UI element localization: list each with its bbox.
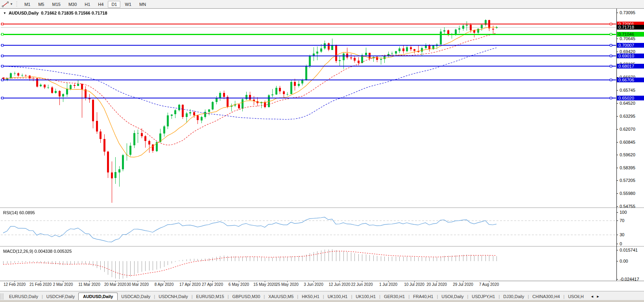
rsi-canvas[interactable] (1, 209, 616, 246)
price-tick-mark (616, 206, 618, 207)
timeframe-buttons: M1M5M15M30H1H4D1W1MN (20, 1, 150, 8)
chart-tab-uk100-h1[interactable]: UK100,H1 (352, 293, 379, 300)
macd-main-value: 0.004338 (34, 249, 52, 254)
price-tick-mark (616, 193, 618, 194)
chart-tab-gbpusd-m30[interactable]: GBPUSD,M30 (229, 293, 264, 300)
price-tick-label: 0.73095 (620, 10, 635, 15)
timeframe-button-w1[interactable]: W1 (121, 1, 135, 8)
timeframe-button-m30[interactable]: M30 (65, 1, 80, 8)
chart-tab-china300-h4[interactable]: CHINA300,H4 (529, 293, 563, 300)
chart-tab-eurusd-m15[interactable]: EURUSD,M15 (193, 293, 228, 300)
macd-tick-mark (616, 261, 618, 261)
chart-ohlc-values: 0.71662 0.71835 0.71566 0.71718 (41, 11, 107, 15)
timeframe-button-mn[interactable]: MN (136, 1, 149, 8)
chart-tab-fra40-h1[interactable]: FRA40,H1 (410, 293, 437, 300)
time-tick-label: 30 Mar 2020 (124, 282, 152, 287)
price-tick-label: 0.63295 (620, 114, 635, 119)
price-badge-0-70007: 0.70007 (617, 43, 644, 48)
macd-tick-label: 0.015741 (620, 248, 638, 252)
price-badge-0-71046: 0.71046 (617, 32, 644, 37)
rsi-name: RSI(14) (3, 210, 18, 215)
chart-tab-usoil-h[interactable]: USOil,H (565, 293, 587, 300)
price-tick-mark (616, 155, 618, 155)
chart-title: ▼ AUDUSD,Daily 0.71662 0.71835 0.71566 0… (3, 11, 107, 15)
rsi-tick-mark (616, 220, 618, 221)
chart-tab-audusd-daily[interactable]: AUDUSD,Daily (78, 293, 118, 301)
panel-separator-hl (0, 246, 644, 247)
macd-canvas[interactable] (1, 248, 616, 281)
price-tick-mark (616, 13, 618, 13)
price-axis-line (616, 9, 617, 281)
price-badge-0-68017: 0.68017 (617, 64, 644, 69)
panel-separator-hl (0, 208, 644, 208)
rsi-indicator-label: RSI(14) 60.0895 (3, 210, 35, 215)
time-tick-label: 3 Jun 2020 (299, 282, 328, 287)
price-tick-label: 0.54755 (620, 204, 635, 209)
time-tick-label: 12 Feb 2020 (0, 282, 29, 287)
price-badge-0-65020: 0.65020 (617, 96, 644, 100)
timeframe-button-m5[interactable]: M5 (35, 1, 48, 8)
chart-tab-usdchf-daily[interactable]: USDCHF,Daily (43, 293, 78, 300)
timeframe-button-m1[interactable]: M1 (21, 1, 34, 8)
chart-tab-xauusd-m5[interactable]: XAUUSD,M5 (265, 293, 297, 300)
chart-tab-eurusd-daily[interactable]: EURUSD,Daily (6, 293, 42, 300)
tab-scroll-buttons: ◄► (590, 295, 602, 298)
rsi-tick-label: 30 (620, 232, 624, 237)
main-chart-canvas[interactable] (1, 9, 616, 208)
rsi-value: 60.0895 (19, 210, 35, 215)
rsi-tick-mark (616, 235, 618, 235)
chart-tab-usdcad-daily[interactable]: USDCAD,Daily (118, 293, 154, 300)
time-tick-label: 22 Jun 2020 (348, 282, 376, 287)
chart-tab-usoil-daily[interactable]: USOil,Daily (438, 293, 467, 300)
chart-tab-dj30-daily[interactable]: DJ30,Daily (500, 293, 528, 300)
macd-tick-label: 0.00 (620, 259, 628, 263)
time-tick-label: 2 Mar 2020 (49, 282, 77, 287)
price-badge-0-69010: 0.69010 (617, 54, 644, 58)
tabbar-grip-handle[interactable] (1, 293, 3, 300)
price-tick-mark (616, 168, 618, 168)
price-tick-mark (616, 129, 618, 130)
timeframe-button-h1[interactable]: H1 (81, 1, 94, 8)
price-tick-mark (616, 52, 618, 52)
time-axis-line (0, 281, 644, 281)
rsi-tick-label: 70 (620, 218, 624, 223)
chart-tab-hk50-h1[interactable]: HK50,H1 (298, 293, 323, 300)
rsi-tick-label: 0 (620, 241, 622, 246)
macd-signal-value: 0.005325 (54, 249, 72, 254)
chart-frame-top-hl (0, 9, 644, 9)
chart-tab-usdjpy-h1[interactable]: USDJPY,H1 (468, 293, 498, 300)
chart-tab-bar: EURUSD,Daily|USDCHF,DailyAUDUSD,DailyUSD… (0, 291, 644, 300)
time-tick-label: 20 Jul 2020 (423, 282, 451, 287)
time-tick-label: 29 Jul 2020 (449, 282, 477, 287)
chart-title-caret-icon[interactable]: ▼ (3, 11, 6, 15)
price-tick-label: 0.64520 (620, 101, 635, 106)
timeframe-button-d1[interactable]: D1 (108, 1, 120, 8)
price-tick-label: 0.70645 (620, 36, 635, 41)
chart-tab-uk100-h1[interactable]: UK100,H1 (324, 293, 351, 300)
price-tick-mark (616, 103, 618, 104)
trendline-tool-icon[interactable] (2, 1, 9, 7)
time-tick-label: 7 Aug 2020 (475, 282, 503, 287)
tab-scroll-right-icon[interactable]: ► (596, 295, 602, 298)
status-strip (0, 300, 644, 302)
chart-tab-usdcnh-daily[interactable]: USDCNH,Daily (155, 293, 192, 300)
price-tick-label: 0.59620 (620, 152, 635, 157)
price-badge-0-66706: 0.66706 (617, 78, 644, 82)
rsi-tick-label: 100 (620, 210, 627, 215)
chart-tab-ger30-h1[interactable]: GER30,H1 (380, 293, 408, 300)
chart-tabs: EURUSD,Daily|USDCHF,DailyAUDUSD,DailyUSD… (6, 292, 587, 300)
time-tick-label: 1 Jul 2020 (374, 282, 402, 287)
timeframe-button-h4[interactable]: H4 (94, 1, 107, 8)
toolbar-grip-handle[interactable] (16, 2, 17, 7)
macd-indicator-label: MACD(12,26,9) 0.004338 0.005325 (3, 249, 72, 254)
rsi-tick-mark (616, 212, 618, 213)
timeframe-toolbar: ▼ M1M5M15M30H1H4D1W1MN (0, 0, 644, 9)
macd-tick-mark (616, 279, 618, 280)
time-tick-label: 25 May 2020 (273, 282, 301, 287)
mt4-terminal: { "toolbar": { "tool_icon": "trendline-t… (0, 0, 644, 302)
time-tick-label: 27 Apr 2020 (198, 282, 227, 287)
timeframe-button-m15[interactable]: M15 (48, 1, 64, 8)
tab-scroll-left-icon[interactable]: ◄ (590, 295, 596, 298)
chart-symbol-label: AUDUSD,Daily (9, 11, 39, 15)
chevron-down-icon[interactable]: ▼ (10, 2, 13, 6)
